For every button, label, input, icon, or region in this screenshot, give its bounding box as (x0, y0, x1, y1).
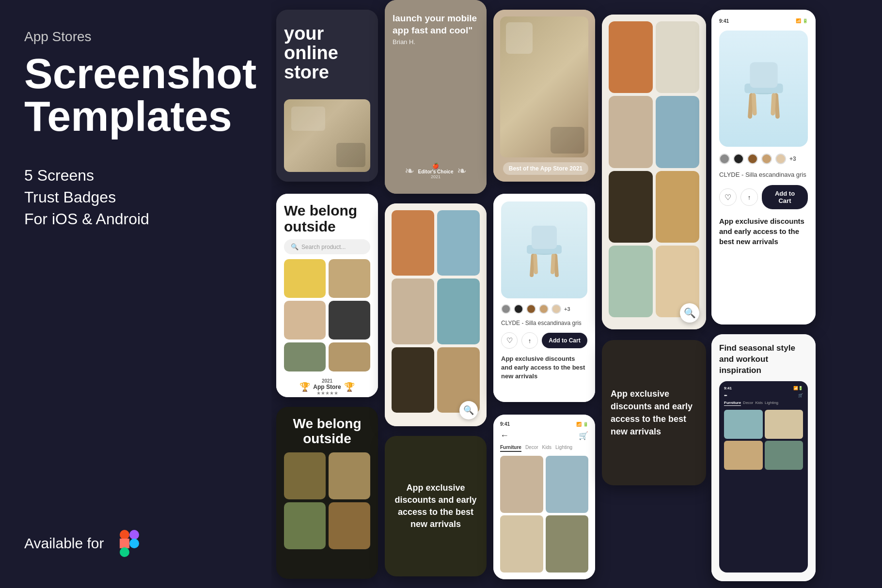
wishlist-button-2[interactable]: ♡ (719, 188, 737, 206)
screenshots-area: your online store We belong outside 🔍 Se… (271, 0, 882, 588)
search-icon[interactable]: 🔍 (459, 401, 478, 419)
s1-title: your online store (284, 24, 370, 82)
svg-rect-14 (750, 62, 777, 88)
chair-illustration (520, 216, 568, 284)
add-to-cart-button-2[interactable]: Add to Cart (762, 185, 808, 209)
chair-illustration-2 (737, 51, 790, 126)
screen-9-white-preview: 9:41 📶 🔋 ← 🛒 Furniture Decor Kids Lighti… (493, 415, 595, 579)
promo-text: App exclusive discounts and early access… (719, 216, 808, 247)
subtitle: App Stores (24, 29, 247, 45)
screen-seasonal: Find seasonal style and workout inspirat… (711, 334, 816, 581)
s4-search-bar: 🔍 Search product... (284, 239, 370, 254)
figma-logo-icon (114, 528, 145, 559)
screen-2-launch-app: launch your mobile app fast and cool" Br… (385, 0, 487, 194)
screen-product-card: +3 CLYDE - Silla escandinava gris ♡ ↑ Ad… (493, 194, 595, 402)
feature-item-1: 5 Screens (24, 167, 247, 185)
product-name: CLYDE - Silla escandinava gris (501, 320, 587, 326)
wishlist-button[interactable]: ♡ (501, 332, 518, 349)
screen-4-belong-outside: We belong outside 🔍 Search product... 🏆 … (276, 194, 378, 397)
share-button-2[interactable]: ↑ (740, 188, 758, 206)
svg-point-4 (129, 539, 139, 548)
left-top-content: App Stores Screenshot Templates 5 Screen… (24, 29, 247, 232)
screen-browse-large: 🔍 (602, 15, 706, 329)
feature-item-2: Trust Badges (24, 188, 247, 206)
features-list: 5 Screens Trust Badges For iOS & Android (24, 167, 247, 228)
svg-rect-3 (129, 530, 139, 540)
svg-rect-1 (120, 539, 129, 548)
add-to-cart-button[interactable]: Add to Cart (542, 333, 587, 348)
svg-rect-0 (120, 530, 129, 540)
feature-item-3: For iOS & Android (24, 210, 247, 228)
left-panel: App Stores Screenshot Templates 5 Screen… (0, 0, 271, 588)
available-for-section: Available for (24, 528, 247, 559)
s5-promo-text: App exclusive discounts and early access… (501, 355, 587, 381)
svg-rect-2 (120, 547, 129, 557)
svg-rect-7 (532, 226, 557, 249)
s4-title: We belong outside (284, 202, 370, 234)
main-title: Screenshot Templates (24, 52, 247, 138)
search-icon-2[interactable]: 🔍 (680, 303, 699, 323)
screen-5-browse-grid: 🔍 (385, 203, 487, 426)
s2-quote: launch your mobile app fast and cool" Br… (393, 13, 479, 46)
share-button[interactable]: ↑ (521, 332, 538, 349)
screen-app-exclusive-2: App exclusive discounts and early access… (602, 340, 706, 485)
screen-3-app-store-badge: Best of the App Store 2021 (493, 10, 595, 182)
screen-7-app-exclusive-dark: App exclusive discounts and early access… (385, 436, 487, 576)
screen-1-online-store: your online store (276, 10, 378, 182)
screen-6-belong-outside-dark: We belong outside (276, 407, 378, 579)
available-for-label: Available for (24, 535, 104, 552)
s1-furniture-image (284, 99, 370, 172)
screen-product-tall: 9:41 📶 🔋 (711, 10, 816, 325)
product-name-2: CLYDE - Silla escandinava gris (719, 171, 808, 178)
